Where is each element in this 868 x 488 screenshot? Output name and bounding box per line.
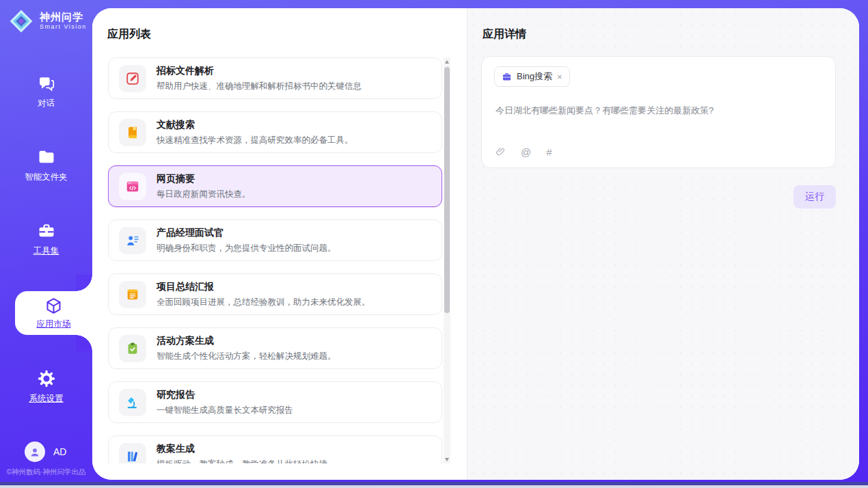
- brand-logo: 神州问学 Smart Vision: [8, 8, 87, 34]
- main-content: 应用列表 招标文件解析 帮助用户快速、准确地理解和解析招标书中的关键信息: [92, 8, 859, 480]
- app-card-desc: 智能生成个性化活动方案，轻松解决规划难题。: [157, 351, 336, 362]
- app-card-research-report[interactable]: 研究报告 一键智能生成高质量长文本研究报告: [108, 381, 442, 423]
- app-card-event-plan[interactable]: 活动方案生成 智能生成个性化活动方案，轻松解决规划难题。: [108, 327, 442, 369]
- app-card-lesson-plan[interactable]: 教案生成 模板驱动，教案秒成，教学准备从此轻松快捷: [108, 435, 442, 463]
- chat-icon: [37, 74, 56, 93]
- window-bottom-edge: [0, 485, 868, 488]
- sidebar-item-settings[interactable]: 系统设置: [0, 369, 92, 405]
- sidebar-item-chat[interactable]: 对话: [0, 74, 92, 109]
- list-scrollbar[interactable]: [444, 57, 450, 463]
- avatar: [25, 442, 45, 462]
- user-initials: AD: [53, 446, 66, 457]
- mention-icon[interactable]: @: [521, 146, 531, 158]
- brand-subtitle: Smart Vision: [40, 24, 87, 31]
- topic-icon[interactable]: #: [546, 146, 552, 158]
- prompt-card: Bing搜索 × 今日湖北有哪些新闻要点？有哪些需要关注的最新政策? @ #: [481, 56, 836, 168]
- sidebar-item-label: 智能文件夹: [25, 172, 68, 182]
- app-card-title: 研究报告: [157, 389, 293, 401]
- books-icon: [119, 443, 146, 464]
- app-card-title: 招标文件解析: [157, 65, 362, 77]
- book-icon: [119, 119, 146, 146]
- attach-icon[interactable]: [496, 146, 506, 158]
- app-detail-title: 应用详情: [483, 27, 526, 42]
- scroll-up-icon[interactable]: [444, 57, 450, 66]
- webpage-code-icon: [119, 173, 146, 200]
- app-card-desc: 快速精准查找学术资源，提高研究效率的必备工具。: [157, 135, 353, 146]
- app-list-panel: 应用列表 招标文件解析 帮助用户快速、准确地理解和解析招标书中的关键信息: [92, 8, 467, 480]
- microscope-icon: [119, 389, 146, 416]
- sidebar-item-label: 系统设置: [29, 394, 64, 403]
- app-card-desc: 一键智能生成高质量长文本研究报告: [157, 405, 293, 416]
- interviewer-icon: [119, 227, 146, 254]
- sidebar-item-app-market[interactable]: 应用市场: [15, 291, 92, 335]
- app-card-project-summary[interactable]: 项目总结汇报 全面回顾项目进展，总结经验教训，助力未来优化发展。: [108, 273, 442, 315]
- briefcase-icon: [502, 72, 512, 82]
- close-icon[interactable]: ×: [557, 72, 562, 81]
- app-card-title: 网页摘要: [157, 173, 251, 185]
- document-edit-icon: [119, 65, 146, 92]
- app-card-web-summary[interactable]: 网页摘要 每日政府新闻资讯快查。: [108, 165, 442, 207]
- sidebar: 神州问学 Smart Vision 对话 智能文件夹 工具集 应用市场: [0, 0, 92, 488]
- user-account[interactable]: AD: [25, 442, 66, 462]
- clipboard-check-icon: [119, 335, 146, 362]
- run-button[interactable]: 运行: [794, 185, 836, 208]
- sidebar-item-label: 应用市场: [37, 319, 71, 329]
- app-card-literature-search[interactable]: 文献搜索 快速精准查找学术资源，提高研究效率的必备工具。: [108, 111, 442, 153]
- brand-name: 神州问学: [40, 12, 87, 23]
- sidebar-item-label: 对话: [38, 98, 55, 108]
- tool-chip-label: Bing搜索: [517, 70, 552, 83]
- cube-icon: [44, 297, 63, 315]
- prompt-toolbar: @ #: [496, 146, 552, 158]
- sidebar-item-smart-folder[interactable]: 智能文件夹: [0, 148, 92, 183]
- app-detail-panel: 应用详情 Bing搜索 × 今日湖北有哪些新闻要点？有哪些需要关注的最新政策? …: [467, 8, 859, 480]
- diamond-logo-icon: [8, 8, 34, 34]
- app-card-title: 项目总结汇报: [157, 281, 370, 293]
- app-card-pm-interviewer[interactable]: 产品经理面试官 明确身份和职责，为您提供专业性的面试问题。: [108, 219, 442, 261]
- app-card-desc: 明确身份和职责，为您提供专业性的面试问题。: [157, 243, 336, 254]
- app-card-desc: 模板驱动，教案秒成，教学准备从此轻松快捷: [157, 459, 327, 464]
- sidebar-item-toolset[interactable]: 工具集: [0, 221, 92, 257]
- app-card-desc: 每日政府新闻资讯快查。: [157, 189, 251, 200]
- app-card-desc: 全面回顾项目进展，总结经验教训，助力未来优化发展。: [157, 297, 370, 308]
- prompt-text[interactable]: 今日湖北有哪些新闻要点？有哪些需要关注的最新政策?: [496, 105, 822, 117]
- scroll-down-icon[interactable]: [444, 455, 450, 463]
- toolbox-icon: [37, 221, 56, 241]
- tool-chip-bing-search[interactable]: Bing搜索 ×: [494, 66, 570, 87]
- app-card-title: 产品经理面试官: [157, 227, 336, 239]
- app-list-title: 应用列表: [107, 27, 151, 42]
- app-card-title: 活动方案生成: [157, 335, 336, 347]
- sidebar-item-label: 工具集: [33, 246, 59, 256]
- app-card-list: 招标文件解析 帮助用户快速、准确地理解和解析招标书中的关键信息 文献搜索 快速精…: [108, 57, 442, 463]
- gear-icon: [37, 369, 56, 388]
- app-card-desc: 帮助用户快速、准确地理解和解析招标书中的关键信息: [157, 81, 362, 92]
- app-card-title: 教案生成: [157, 443, 327, 455]
- folder-icon: [37, 148, 56, 167]
- app-card-title: 文献搜索: [157, 119, 353, 131]
- summary-report-icon: [119, 281, 146, 308]
- copyright-footer: ©神州数码·神州问学出品: [0, 467, 92, 477]
- scrollbar-thumb[interactable]: [444, 67, 450, 313]
- person-icon: [29, 446, 41, 458]
- app-card-bid-analysis[interactable]: 招标文件解析 帮助用户快速、准确地理解和解析招标书中的关键信息: [108, 57, 442, 99]
